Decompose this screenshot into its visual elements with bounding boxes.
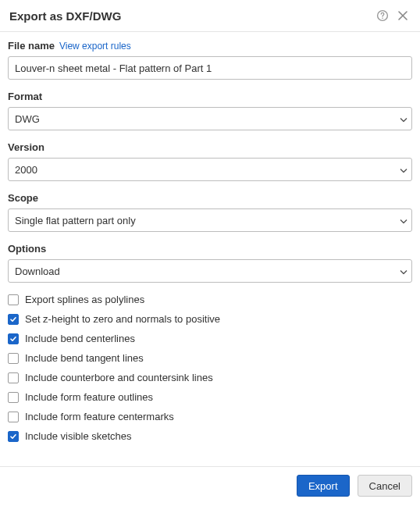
checkbox-sketches[interactable] (8, 431, 19, 442)
checkbox-list: Export splines as polylinesSet z-height … (8, 294, 412, 442)
checkbox-row-form-center: Include form feature centermarks (8, 411, 412, 422)
checkbox-row-sketches: Include visible sketches (8, 430, 412, 442)
checkbox-row-bend-center: Include bend centerlines (8, 333, 412, 344)
scope-section: Scope Single flat pattern part only (8, 192, 412, 232)
checkbox-label-form-outline: Include form feature outlines (25, 391, 153, 403)
checkbox-label-sketches: Include visible sketches (25, 430, 132, 442)
filename-label: File name (8, 40, 55, 52)
options-value: Download (15, 265, 60, 277)
dialog-body: File name View export rules Format DWG V… (0, 32, 420, 442)
checkbox-label-zheight: Set z-height to zero and normals to posi… (25, 313, 220, 325)
checkbox-label-bend-tangent: Include bend tangent lines (25, 352, 144, 364)
checkbox-form-outline[interactable] (8, 392, 19, 403)
version-select[interactable]: 2000 (8, 158, 412, 181)
dialog-title: Export as DXF/DWG (9, 9, 370, 23)
options-select[interactable]: Download (8, 259, 412, 283)
checkbox-counterbore[interactable] (8, 372, 19, 383)
checkbox-row-splines: Export splines as polylines (8, 294, 412, 305)
checkbox-row-counterbore: Include counterbore and countersink line… (8, 372, 412, 383)
version-value: 2000 (15, 164, 37, 176)
version-section: Version 2000 (8, 141, 412, 181)
view-export-rules-link[interactable]: View export rules (59, 41, 131, 52)
format-label: Format (8, 91, 412, 102)
checkbox-row-form-outline: Include form feature outlines (8, 391, 412, 403)
options-section: Options Download (8, 243, 412, 283)
version-label: Version (8, 141, 412, 153)
scope-label: Scope (8, 192, 412, 204)
dialog-footer: Export Cancel (0, 466, 420, 506)
options-label: Options (8, 243, 412, 255)
checkbox-form-center[interactable] (8, 412, 19, 422)
dialog-header: Export as DXF/DWG (0, 0, 420, 32)
close-icon[interactable] (395, 8, 411, 23)
checkbox-row-zheight: Set z-height to zero and normals to posi… (8, 313, 412, 325)
cancel-button[interactable]: Cancel (358, 475, 412, 497)
checkbox-label-form-center: Include form feature centermarks (25, 411, 174, 422)
checkbox-row-bend-tangent: Include bend tangent lines (8, 352, 412, 364)
checkbox-label-counterbore: Include counterbore and countersink line… (25, 372, 213, 383)
checkbox-bend-center[interactable] (8, 333, 19, 344)
filename-input[interactable] (8, 56, 412, 80)
checkbox-label-splines: Export splines as polylines (25, 294, 144, 305)
checkbox-splines[interactable] (8, 294, 19, 305)
scope-value: Single flat pattern part only (15, 215, 136, 226)
checkbox-bend-tangent[interactable] (8, 353, 19, 364)
export-button[interactable]: Export (297, 475, 350, 497)
scope-select[interactable]: Single flat pattern part only (8, 208, 412, 232)
filename-section: File name View export rules (8, 40, 412, 80)
format-section: Format DWG (8, 91, 412, 130)
checkbox-zheight[interactable] (8, 314, 19, 325)
svg-point-1 (382, 18, 383, 20)
help-icon[interactable] (375, 8, 390, 23)
export-dialog: Export as DXF/DWG File name View export … (0, 0, 420, 506)
checkbox-label-bend-center: Include bend centerlines (25, 333, 135, 344)
format-select[interactable]: DWG (8, 107, 412, 130)
format-value: DWG (15, 113, 40, 125)
